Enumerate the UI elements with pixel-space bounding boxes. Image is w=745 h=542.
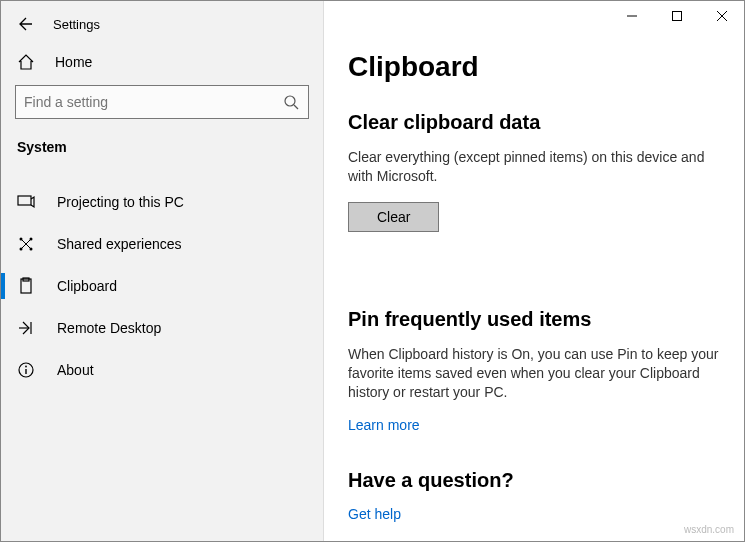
clipboard-icon [17, 277, 35, 295]
window-controls [609, 1, 744, 31]
svg-point-4 [285, 96, 295, 106]
nav-clipboard[interactable]: Clipboard [1, 265, 323, 307]
sidebar: Settings Home System Projecting to this … [1, 1, 324, 541]
nav-list: Projecting to this PC Shared experiences… [1, 181, 323, 391]
settings-window: Settings Home System Projecting to this … [0, 0, 745, 542]
nav-label: Clipboard [57, 278, 117, 294]
app-title: Settings [53, 17, 100, 32]
nav-about[interactable]: About [1, 349, 323, 391]
nav-label: Shared experiences [57, 236, 182, 252]
shared-icon [17, 235, 35, 253]
search-box[interactable] [15, 85, 309, 119]
clear-heading: Clear clipboard data [348, 111, 720, 134]
home-label: Home [55, 54, 92, 70]
svg-line-5 [294, 105, 298, 109]
section-label: System [1, 135, 323, 163]
projecting-icon [17, 193, 35, 211]
watermark: wsxdn.com [684, 524, 734, 535]
search-input[interactable] [24, 94, 282, 110]
get-help-link[interactable]: Get help [348, 506, 401, 522]
svg-rect-6 [18, 196, 31, 205]
pin-section: Pin frequently used items When Clipboard… [348, 308, 720, 434]
minimize-button[interactable] [609, 1, 654, 31]
close-button[interactable] [699, 1, 744, 31]
clear-section: Clear clipboard data Clear everything (e… [348, 111, 720, 272]
content-pane: Clipboard Clear clipboard data Clear eve… [324, 1, 744, 541]
page-title: Clipboard [348, 51, 720, 83]
search-icon [282, 93, 300, 111]
info-icon [17, 361, 35, 379]
nav-projecting[interactable]: Projecting to this PC [1, 181, 323, 223]
nav-shared-experiences[interactable]: Shared experiences [1, 223, 323, 265]
back-button[interactable] [15, 15, 33, 33]
nav-label: Remote Desktop [57, 320, 161, 336]
maximize-button[interactable] [654, 1, 699, 31]
home-icon [17, 53, 35, 71]
question-section: Have a question? Get help [348, 469, 720, 522]
question-heading: Have a question? [348, 469, 720, 492]
pin-heading: Pin frequently used items [348, 308, 720, 331]
clear-description: Clear everything (except pinned items) o… [348, 148, 720, 186]
titlebar: Settings [1, 11, 323, 45]
svg-rect-1 [672, 12, 681, 21]
nav-label: Projecting to this PC [57, 194, 184, 210]
learn-more-link[interactable]: Learn more [348, 417, 420, 433]
clear-button[interactable]: Clear [348, 202, 439, 232]
home-nav[interactable]: Home [1, 45, 323, 85]
svg-point-16 [25, 366, 27, 368]
nav-label: About [57, 362, 94, 378]
remote-icon [17, 319, 35, 337]
nav-remote-desktop[interactable]: Remote Desktop [1, 307, 323, 349]
pin-description: When Clipboard history is On, you can us… [348, 345, 720, 402]
